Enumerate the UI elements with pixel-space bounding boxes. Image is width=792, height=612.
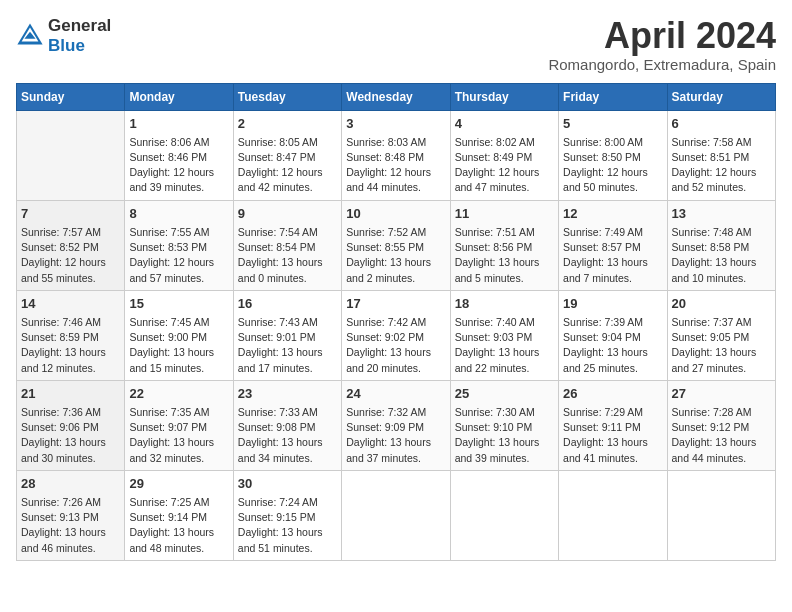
day-number: 27 [672, 385, 771, 403]
calendar-cell: 16Sunrise: 7:43 AMSunset: 9:01 PMDayligh… [233, 290, 341, 380]
calendar-cell [667, 470, 775, 560]
day-info: Sunrise: 7:25 AMSunset: 9:14 PMDaylight:… [129, 495, 228, 556]
calendar-cell: 19Sunrise: 7:39 AMSunset: 9:04 PMDayligh… [559, 290, 667, 380]
calendar-cell: 7Sunrise: 7:57 AMSunset: 8:52 PMDaylight… [17, 200, 125, 290]
day-number: 10 [346, 205, 445, 223]
calendar-cell [342, 470, 450, 560]
calendar-cell [450, 470, 558, 560]
logo: General Blue [16, 16, 111, 56]
calendar-cell: 13Sunrise: 7:48 AMSunset: 8:58 PMDayligh… [667, 200, 775, 290]
day-info: Sunrise: 7:33 AMSunset: 9:08 PMDaylight:… [238, 405, 337, 466]
day-info: Sunrise: 7:48 AMSunset: 8:58 PMDaylight:… [672, 225, 771, 286]
day-info: Sunrise: 8:00 AMSunset: 8:50 PMDaylight:… [563, 135, 662, 196]
day-header-sunday: Sunday [17, 83, 125, 110]
calendar-cell: 28Sunrise: 7:26 AMSunset: 9:13 PMDayligh… [17, 470, 125, 560]
day-info: Sunrise: 7:57 AMSunset: 8:52 PMDaylight:… [21, 225, 120, 286]
calendar-cell: 29Sunrise: 7:25 AMSunset: 9:14 PMDayligh… [125, 470, 233, 560]
calendar-cell: 25Sunrise: 7:30 AMSunset: 9:10 PMDayligh… [450, 380, 558, 470]
calendar-cell: 4Sunrise: 8:02 AMSunset: 8:49 PMDaylight… [450, 110, 558, 200]
day-info: Sunrise: 7:26 AMSunset: 9:13 PMDaylight:… [21, 495, 120, 556]
week-row-3: 14Sunrise: 7:46 AMSunset: 8:59 PMDayligh… [17, 290, 776, 380]
calendar-cell: 24Sunrise: 7:32 AMSunset: 9:09 PMDayligh… [342, 380, 450, 470]
day-number: 2 [238, 115, 337, 133]
general-blue-logo-icon [16, 22, 44, 50]
day-info: Sunrise: 8:05 AMSunset: 8:47 PMDaylight:… [238, 135, 337, 196]
week-row-5: 28Sunrise: 7:26 AMSunset: 9:13 PMDayligh… [17, 470, 776, 560]
day-number: 6 [672, 115, 771, 133]
day-number: 12 [563, 205, 662, 223]
day-number: 21 [21, 385, 120, 403]
day-number: 20 [672, 295, 771, 313]
day-number: 1 [129, 115, 228, 133]
day-header-saturday: Saturday [667, 83, 775, 110]
day-number: 19 [563, 295, 662, 313]
day-info: Sunrise: 7:24 AMSunset: 9:15 PMDaylight:… [238, 495, 337, 556]
day-number: 25 [455, 385, 554, 403]
calendar-cell: 11Sunrise: 7:51 AMSunset: 8:56 PMDayligh… [450, 200, 558, 290]
day-info: Sunrise: 7:45 AMSunset: 9:00 PMDaylight:… [129, 315, 228, 376]
logo-blue: Blue [48, 36, 85, 55]
day-info: Sunrise: 7:30 AMSunset: 9:10 PMDaylight:… [455, 405, 554, 466]
day-header-thursday: Thursday [450, 83, 558, 110]
day-number: 26 [563, 385, 662, 403]
page-header: General Blue April 2024 Romangordo, Extr… [16, 16, 776, 73]
calendar-cell: 3Sunrise: 8:03 AMSunset: 8:48 PMDaylight… [342, 110, 450, 200]
day-number: 5 [563, 115, 662, 133]
day-info: Sunrise: 7:28 AMSunset: 9:12 PMDaylight:… [672, 405, 771, 466]
calendar-cell: 20Sunrise: 7:37 AMSunset: 9:05 PMDayligh… [667, 290, 775, 380]
calendar-cell: 26Sunrise: 7:29 AMSunset: 9:11 PMDayligh… [559, 380, 667, 470]
day-header-tuesday: Tuesday [233, 83, 341, 110]
day-info: Sunrise: 7:42 AMSunset: 9:02 PMDaylight:… [346, 315, 445, 376]
week-row-4: 21Sunrise: 7:36 AMSunset: 9:06 PMDayligh… [17, 380, 776, 470]
day-info: Sunrise: 7:55 AMSunset: 8:53 PMDaylight:… [129, 225, 228, 286]
day-info: Sunrise: 7:36 AMSunset: 9:06 PMDaylight:… [21, 405, 120, 466]
calendar-cell: 12Sunrise: 7:49 AMSunset: 8:57 PMDayligh… [559, 200, 667, 290]
day-number: 29 [129, 475, 228, 493]
calendar-cell: 5Sunrise: 8:00 AMSunset: 8:50 PMDaylight… [559, 110, 667, 200]
calendar-cell: 17Sunrise: 7:42 AMSunset: 9:02 PMDayligh… [342, 290, 450, 380]
calendar-cell: 15Sunrise: 7:45 AMSunset: 9:00 PMDayligh… [125, 290, 233, 380]
day-number: 16 [238, 295, 337, 313]
day-number: 3 [346, 115, 445, 133]
calendar-table: SundayMondayTuesdayWednesdayThursdayFrid… [16, 83, 776, 561]
day-info: Sunrise: 7:58 AMSunset: 8:51 PMDaylight:… [672, 135, 771, 196]
day-number: 23 [238, 385, 337, 403]
week-row-1: 1Sunrise: 8:06 AMSunset: 8:46 PMDaylight… [17, 110, 776, 200]
day-header-wednesday: Wednesday [342, 83, 450, 110]
day-info: Sunrise: 8:03 AMSunset: 8:48 PMDaylight:… [346, 135, 445, 196]
day-info: Sunrise: 7:46 AMSunset: 8:59 PMDaylight:… [21, 315, 120, 376]
calendar-cell [17, 110, 125, 200]
calendar-cell: 18Sunrise: 7:40 AMSunset: 9:03 PMDayligh… [450, 290, 558, 380]
day-number: 22 [129, 385, 228, 403]
day-info: Sunrise: 7:29 AMSunset: 9:11 PMDaylight:… [563, 405, 662, 466]
calendar-cell: 8Sunrise: 7:55 AMSunset: 8:53 PMDaylight… [125, 200, 233, 290]
calendar-cell: 2Sunrise: 8:05 AMSunset: 8:47 PMDaylight… [233, 110, 341, 200]
day-info: Sunrise: 7:54 AMSunset: 8:54 PMDaylight:… [238, 225, 337, 286]
location-subtitle: Romangordo, Extremadura, Spain [548, 56, 776, 73]
calendar-cell: 27Sunrise: 7:28 AMSunset: 9:12 PMDayligh… [667, 380, 775, 470]
title-section: April 2024 Romangordo, Extremadura, Spai… [548, 16, 776, 73]
week-row-2: 7Sunrise: 7:57 AMSunset: 8:52 PMDaylight… [17, 200, 776, 290]
day-number: 28 [21, 475, 120, 493]
day-number: 18 [455, 295, 554, 313]
logo-general: General [48, 16, 111, 35]
calendar-cell [559, 470, 667, 560]
day-number: 24 [346, 385, 445, 403]
day-number: 7 [21, 205, 120, 223]
calendar-cell: 23Sunrise: 7:33 AMSunset: 9:08 PMDayligh… [233, 380, 341, 470]
day-header-monday: Monday [125, 83, 233, 110]
day-info: Sunrise: 7:39 AMSunset: 9:04 PMDaylight:… [563, 315, 662, 376]
calendar-cell: 6Sunrise: 7:58 AMSunset: 8:51 PMDaylight… [667, 110, 775, 200]
calendar-cell: 21Sunrise: 7:36 AMSunset: 9:06 PMDayligh… [17, 380, 125, 470]
calendar-cell: 22Sunrise: 7:35 AMSunset: 9:07 PMDayligh… [125, 380, 233, 470]
day-info: Sunrise: 7:32 AMSunset: 9:09 PMDaylight:… [346, 405, 445, 466]
day-number: 11 [455, 205, 554, 223]
day-info: Sunrise: 7:40 AMSunset: 9:03 PMDaylight:… [455, 315, 554, 376]
day-info: Sunrise: 8:06 AMSunset: 8:46 PMDaylight:… [129, 135, 228, 196]
day-header-friday: Friday [559, 83, 667, 110]
day-info: Sunrise: 7:37 AMSunset: 9:05 PMDaylight:… [672, 315, 771, 376]
logo-text: General Blue [48, 16, 111, 56]
day-info: Sunrise: 7:49 AMSunset: 8:57 PMDaylight:… [563, 225, 662, 286]
calendar-cell: 30Sunrise: 7:24 AMSunset: 9:15 PMDayligh… [233, 470, 341, 560]
day-info: Sunrise: 7:35 AMSunset: 9:07 PMDaylight:… [129, 405, 228, 466]
